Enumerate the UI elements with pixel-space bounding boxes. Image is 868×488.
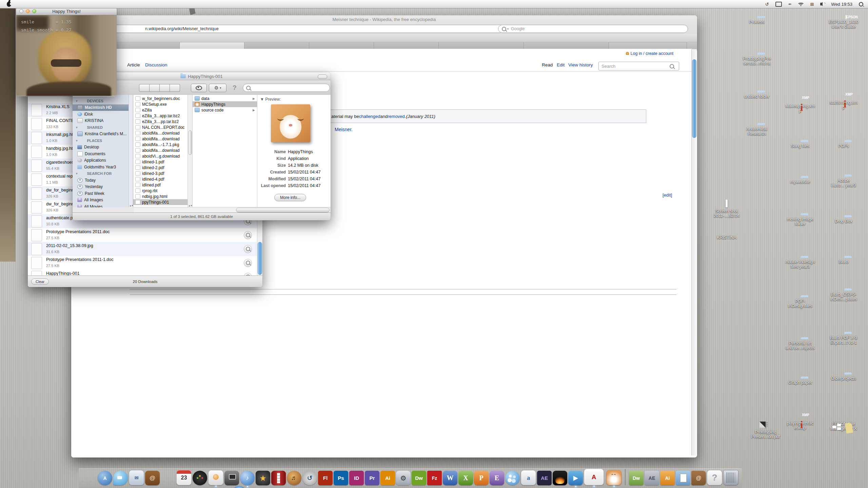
spotlight-icon[interactable] [859,2,863,6]
desktop-icon[interactable]: XMP staffsmiling.xm p [823,98,864,110]
help-icon[interactable]: ? [233,84,237,92]
dock-icon[interactable]: 23 [176,470,192,485]
tab-read[interactable]: Read [542,62,553,67]
action-menu-button[interactable]: ⚙▾ [209,84,226,92]
dock-icon[interactable] [271,471,286,485]
happythings-titlebar[interactable]: Happy Things! [16,7,117,15]
sidebar-item[interactable]: Yesterday [73,184,133,190]
sidebar-item[interactable]: Today [73,177,133,184]
file-row[interactable]: w_for_beginners.doc [133,96,192,101]
view-mode-button[interactable] [170,84,180,92]
dock-icon[interactable]: ♪ [240,471,255,485]
desktop-icon[interactable]: PDFs [823,142,864,148]
dock-icon[interactable]: ID [349,471,364,485]
time-machine-icon[interactable]: ↺ [765,2,769,7]
dock-icon[interactable]: Ai [380,471,395,485]
dock-icon[interactable] [224,471,239,485]
desktop-icon[interactable]: Blurb [823,258,864,264]
menu-clock[interactable]: Wed 19:53 [831,2,852,7]
dock-icon[interactable]: Fl [318,471,333,485]
dock-icon[interactable]: Fz [427,471,442,485]
desktop-icon[interactable]: EPSON ESP1400_1410 User's Guide [823,18,864,29]
sidebar-item[interactable]: All Movies [73,203,133,207]
dock-icon[interactable]: Dw [412,471,426,485]
desktop-icon[interactable]: Adobe illustr... year3 [823,176,864,188]
desktop-icon[interactable]: Personal art and de...rojects [780,339,821,350]
file-row[interactable]: idlined.pdf [133,182,192,188]
file-row[interactable]: aboidMa....download [133,147,192,153]
dock-icon[interactable]: ▶ [568,471,583,485]
toolbar-toggle-button[interactable] [318,75,327,79]
file-row[interactable]: data ▶ [193,96,257,101]
file-row[interactable]: idlined-4.pdf [133,176,192,182]
file-row[interactable]: ppyThings-001 ▶ [133,199,192,205]
tab-discussion[interactable]: Discussion [145,62,167,67]
login-link[interactable]: Log in / create account [626,51,673,56]
dock-icon[interactable]: A [98,471,112,485]
dock-icon[interactable]: ★ [256,471,270,485]
dock-icon[interactable]: ⚙ [396,471,411,485]
dock-icon[interactable] [193,471,207,485]
desktop-icon[interactable]: PrototypingPre sentati...ristina [736,54,777,66]
dock-icon[interactable]: Dw [629,471,644,485]
google-search-field[interactable]: ▾ Google [498,25,688,33]
column-scrollbar[interactable] [188,95,192,207]
desktop-icon[interactable]: Adobe Indesign files year3 [780,258,821,269]
wiki-search-input[interactable]: Search [598,62,679,70]
apple-menu-icon[interactable] [7,2,11,7]
file-row[interactable]: eZilla_3...app.tar.bz2 [133,113,192,119]
download-row[interactable]: HappyThings-001 10.2 MB [28,270,257,276]
desktop-icon[interactable]: Graph paper [780,378,821,385]
dock-icon[interactable]: Pr [365,471,379,485]
horizontal-scrollbar[interactable] [134,207,331,213]
file-row[interactable]: eZilla_3....pp.tar.bz2 [133,119,192,124]
wifi-icon[interactable] [798,2,804,6]
desktop-icon[interactable]: PDF- InDesignfiles [780,297,821,308]
preview-label[interactable]: ▼ Preview: [260,97,281,102]
desktop-icon[interactable]: XMP Makeupping.xm p [780,102,821,113]
input-menu-icon[interactable]: ⊞ [810,2,814,7]
desktop-icon[interactable]: XMP playingwithfac e.xmp [780,419,821,430]
desktop-icon[interactable]: moving image folder [780,215,821,226]
dock-icon[interactable] [232,486,246,488]
finder-search-input[interactable] [243,84,330,92]
desktop-icon[interactable]: Prototyping Presen...on.pdf [745,422,786,439]
more-info-button[interactable]: More info... [274,194,306,201]
reveal-in-finder-button[interactable] [244,231,252,239]
file-row[interactable]: idlined-2.pdf [133,165,192,170]
file-row[interactable]: source code ▶ [193,107,257,113]
dock-icon[interactable]: W [443,471,457,485]
file-row[interactable]: eZilla [133,107,192,113]
desktop-icon[interactable]: Blurb_CS3-5- InDesi...plates [823,290,864,302]
desktop-icon[interactable]: KRISTINA [706,233,747,240]
sidebar-item[interactable]: PLACES [73,137,133,144]
dock-icon[interactable]: ? [707,470,722,485]
meisner-link[interactable]: Meisner. [335,127,353,132]
dock-icon[interactable] [113,471,128,485]
file-row[interactable]: aboidMa....download [133,130,192,136]
file-row[interactable]: NAL CON...EPORT.doc [133,124,192,130]
sidebar-item[interactable]: Kristina Cranfield's M... [73,131,133,138]
download-row[interactable]: Prototype Presentations 2011-1.doc 27.5 … [28,256,257,270]
dock-icon[interactable] [505,471,520,485]
displays-icon[interactable] [775,2,782,7]
url-field[interactable]: n.wikipedia.org/wiki/Meisner_technique R… [100,25,547,33]
dock-icon[interactable]: @ [691,471,706,485]
sidebar-item[interactable]: Goldsmiths Year3 [73,164,133,170]
dock-icon[interactable] [625,469,626,485]
safari-titlebar[interactable]: Meisner technique - Wikipedia, the free … [71,15,697,24]
file-row[interactable]: HappyThings [193,101,257,107]
dock-icon[interactable]: X [458,471,473,485]
desktop-icon[interactable]: Anatomical Research [736,125,777,136]
reveal-in-finder-button[interactable] [244,259,252,267]
desktop-icon[interactable]: mywebsite [780,178,821,184]
page-scrollbar[interactable] [691,49,697,455]
dock-icon[interactable]: ↺ [302,471,317,485]
file-row[interactable]: aboidMa...-1.7.1.pkg [133,142,192,147]
view-mode-button[interactable] [160,84,170,92]
file-row[interactable]: MCSetup.exe [133,101,192,107]
window-controls[interactable] [19,9,36,13]
dock-icon[interactable] [723,470,738,485]
sidebar-item[interactable]: KRISTINA [73,118,133,124]
download-row[interactable]: Prototype Presentations 2011.doc 27.5 KB [28,228,257,242]
